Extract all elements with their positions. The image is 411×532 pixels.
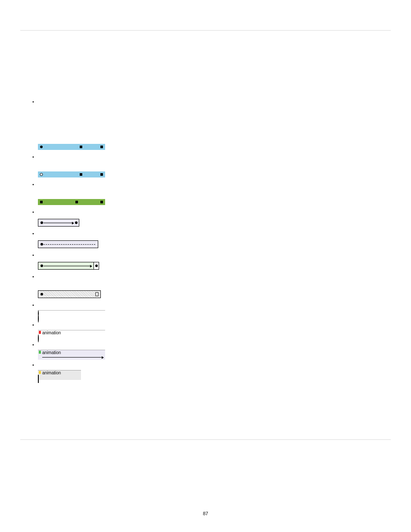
frame-span-hollow: [38, 171, 105, 177]
flag-icon: [39, 351, 41, 354]
shape-tween: [38, 262, 94, 270]
list-item: •: [30, 209, 383, 215]
bottom-rule: [20, 439, 391, 440]
frame-span-green: [38, 199, 105, 205]
motion-tween-dashed: [38, 240, 98, 248]
list-item: •: [30, 154, 383, 160]
pose-layer-noclip: [38, 310, 105, 320]
pose-layer-fbf: animation: [38, 330, 105, 339]
bullet-icon: •: [30, 99, 36, 105]
list-item: •: [30, 252, 383, 258]
list-item: •: [30, 274, 383, 280]
bullet-icon: •: [30, 154, 36, 160]
bullet-icon: •: [30, 252, 36, 258]
bullet-icon: •: [30, 209, 36, 215]
list-item: •: [30, 182, 383, 188]
shape-tween-end: [94, 262, 99, 270]
page-number: 87: [0, 511, 411, 516]
flag-icon: [39, 331, 41, 334]
list-item: •: [30, 342, 383, 348]
top-rule: [20, 30, 391, 31]
pose-layer-tween: animation: [38, 350, 105, 360]
motion-tween-short: [38, 219, 79, 227]
flag-icon: [39, 371, 41, 374]
bullet-icon: •: [30, 231, 36, 237]
bullet-icon: •: [30, 362, 36, 368]
list-item: •: [30, 302, 383, 308]
bullet-icon: •: [30, 182, 36, 188]
bullet-icon: •: [30, 302, 36, 308]
list-item: •: [30, 99, 383, 105]
frame-span-keyframes: [38, 144, 105, 150]
bullet-icon: •: [30, 274, 36, 280]
list-item: •: [30, 231, 383, 237]
static-span: [38, 290, 101, 298]
bullet-icon: •: [30, 322, 36, 328]
list-item: •: [30, 362, 383, 368]
content: • • • •: [30, 99, 383, 380]
bullet-icon: •: [30, 342, 36, 348]
pose-layer-graphic: animation: [38, 370, 81, 380]
list-item: •: [30, 322, 383, 328]
